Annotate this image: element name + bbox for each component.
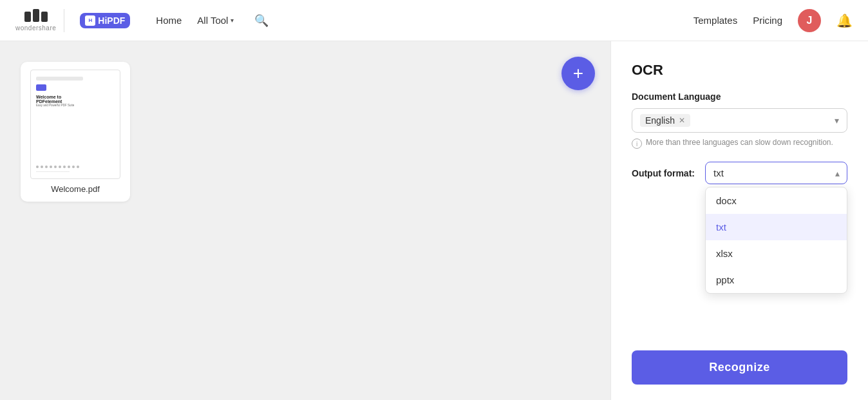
nav-links: Home All Tool ▾ 🔍: [156, 14, 269, 28]
format-option-xlsx[interactable]: xlsx: [706, 240, 847, 267]
preview-logo-row: [36, 84, 115, 91]
nav-templates[interactable]: Templates: [693, 15, 737, 26]
preview-body: Easy and Powerful PDF Suite: [36, 104, 115, 108]
file-name: Welcome.pdf: [51, 184, 100, 194]
logo-area: wondershare H HiPDF: [15, 9, 130, 32]
output-select-wrapper: docx txt xlsx pptx ▴ docx txt xlsx pptx: [705, 162, 847, 184]
dot: [77, 166, 79, 168]
wondershare-text: wondershare: [15, 24, 56, 32]
wondershare-logo: wondershare: [15, 9, 56, 32]
svg-rect-0: [24, 12, 31, 22]
dot: [50, 166, 52, 168]
header-right: Templates Pricing J 🔔: [693, 9, 853, 32]
format-option-docx[interactable]: docx: [706, 187, 847, 214]
hipdf-badge: H HiPDF: [80, 13, 130, 28]
dot: [72, 166, 75, 168]
language-section: Document Language English ✕ ▾ i More tha…: [632, 91, 847, 149]
preview-title: Welcome to: [36, 95, 115, 99]
preview-header-bar: [36, 77, 83, 81]
dot: [68, 166, 70, 168]
file-panel: + Welcome to PDFelement Easy and Powerfu…: [0, 41, 610, 400]
output-row: Output format: docx txt xlsx pptx ▴ docx…: [632, 162, 847, 184]
preview-logo-box: [36, 84, 46, 91]
recognize-button[interactable]: Recognize: [632, 350, 847, 385]
dot: [54, 166, 57, 168]
language-tag-english: English ✕: [640, 114, 690, 127]
nav-pricing[interactable]: Pricing: [753, 15, 782, 26]
main-content: + Welcome to PDFelement Easy and Powerfu…: [0, 41, 868, 400]
svg-rect-2: [41, 12, 48, 22]
nav-home[interactable]: Home: [156, 15, 182, 26]
format-dropdown-menu: docx txt xlsx pptx: [705, 187, 847, 294]
hipdf-label: HiPDF: [98, 15, 125, 26]
file-preview: Welcome to PDFelement Easy and Powerful …: [30, 70, 120, 179]
preview-bottom-line: ─────────────────────: [36, 171, 115, 173]
hipdf-icon: H: [85, 15, 95, 26]
language-dropdown[interactable]: English ✕ ▾: [632, 108, 847, 133]
ocr-panel: OCR Document Language English ✕ ▾ i More…: [610, 41, 868, 400]
chevron-down-icon: ▾: [835, 115, 839, 126]
file-card: Welcome to PDFelement Easy and Powerful …: [21, 62, 130, 202]
language-tag-close[interactable]: ✕: [679, 116, 685, 125]
user-avatar[interactable]: J: [798, 9, 821, 32]
language-tags: English ✕: [640, 114, 690, 127]
info-icon: i: [632, 138, 642, 149]
language-label: Document Language: [632, 91, 847, 102]
dot: [63, 166, 66, 168]
format-option-txt[interactable]: txt: [706, 214, 847, 240]
ocr-title: OCR: [632, 62, 847, 79]
logo-divider: [64, 9, 64, 32]
chevron-down-icon: ▾: [231, 17, 234, 24]
dot: [41, 166, 43, 168]
search-icon[interactable]: 🔍: [254, 14, 269, 28]
bell-icon[interactable]: 🔔: [836, 13, 853, 28]
svg-rect-1: [33, 9, 39, 22]
format-option-pptx[interactable]: pptx: [706, 267, 847, 293]
header: wondershare H HiPDF Home All Tool ▾ 🔍 Te…: [0, 0, 868, 41]
output-format-label: Output format:: [632, 168, 695, 178]
info-row: i More than three languages can slow dow…: [632, 138, 847, 149]
wondershare-icon: [24, 9, 48, 24]
preview-dots: [36, 166, 115, 168]
dot: [36, 166, 39, 168]
add-file-button[interactable]: +: [561, 57, 595, 90]
output-section: Output format: docx txt xlsx pptx ▴ docx…: [632, 162, 847, 184]
preview-subtitle: PDFelement: [36, 99, 115, 104]
output-format-select[interactable]: docx txt xlsx pptx: [705, 162, 847, 184]
dot: [45, 166, 48, 168]
nav-all-tool[interactable]: All Tool ▾: [197, 15, 234, 26]
dot: [59, 166, 61, 168]
